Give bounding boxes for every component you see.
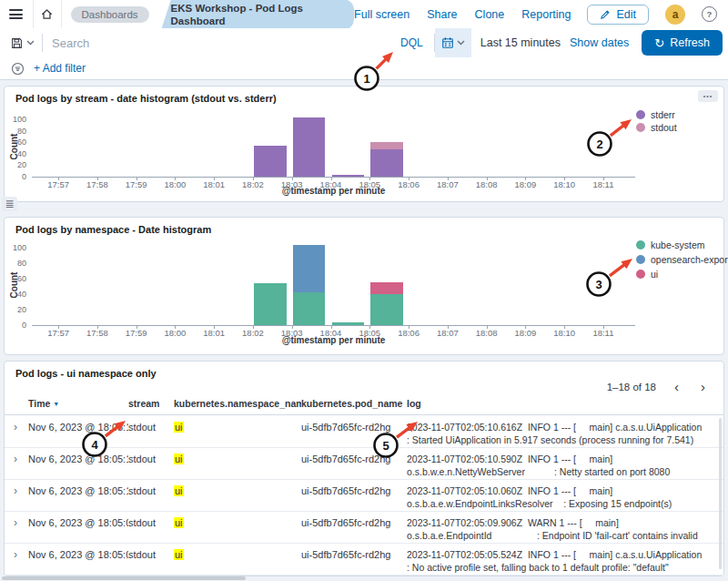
table-rows: ›Nov 6, 2023 @ 18:05:10.616stdoutuiui-5d…	[5, 416, 723, 576]
header-nav-links: Full screenShareCloneReporting	[354, 8, 571, 21]
bar-segment-stdout[interactable]	[370, 142, 403, 149]
bar-segment-stderr[interactable]	[293, 117, 326, 177]
breadcrumb-current-dashboard[interactable]: EKS Workshop - Pod Logs Dashboard	[155, 0, 355, 30]
calendar-icon	[441, 36, 454, 49]
query-language-selector[interactable]: DQL	[389, 36, 434, 49]
bar-segment-opensearch-exporter[interactable]	[293, 245, 326, 292]
horizontal-scrollbar[interactable]	[2, 576, 246, 580]
x-axis-tick-label: 18:00	[165, 179, 187, 189]
bar-segment-kube-system[interactable]	[332, 322, 365, 325]
namespace-histogram-chart: 02040608010017:5717:5817:5918:0018:0118:…	[5, 218, 723, 354]
row-expand-icon[interactable]: ›	[14, 517, 28, 528]
nav-link-clone[interactable]: Clone	[475, 8, 505, 21]
breadcrumb-dashboards[interactable]: Dashboards	[71, 6, 149, 23]
home-button[interactable]	[33, 0, 62, 28]
pagination-next-icon[interactable]: ›	[697, 380, 709, 393]
bar-segment-stderr[interactable]	[254, 146, 287, 177]
x-axis-tick-label: 17:57	[47, 179, 69, 189]
refresh-icon: ↻	[654, 37, 664, 49]
table-row: ›Nov 6, 2023 @ 18:05:09.906stdoutuiui-5d…	[5, 512, 723, 544]
x-axis-tick-label: 18:07	[437, 179, 459, 189]
highlighted-namespace: ui	[174, 549, 184, 560]
column-header-time[interactable]: Time▼	[28, 398, 128, 409]
bar-segment-kube-system[interactable]	[370, 294, 403, 325]
highlighted-namespace: ui	[174, 422, 184, 433]
row-log: 2023-11-07T02:05:10.060Z INFO 1 --- [ ma…	[407, 485, 711, 512]
nav-link-full-screen[interactable]: Full screen	[354, 8, 410, 21]
bar-segment-stderr[interactable]	[370, 149, 403, 177]
x-axis-tick-label: 18:06	[398, 328, 420, 338]
legend-item-ui[interactable]: ui	[636, 269, 658, 280]
saved-query-button[interactable]	[0, 28, 42, 57]
row-namespace: ui	[174, 485, 301, 496]
x-axis-line	[32, 177, 635, 178]
nav-link-share[interactable]: Share	[427, 8, 457, 21]
row-expand-icon[interactable]: ›	[14, 422, 28, 433]
table-vertical-scrollbar[interactable]	[719, 418, 722, 569]
row-time: Nov 6, 2023 @ 18:05:10.616	[28, 422, 128, 433]
y-axis-title: Count	[9, 272, 19, 299]
column-header-namespace[interactable]: kubernetes.namespace_name	[174, 398, 301, 409]
bar-segment-kube-system[interactable]	[293, 292, 326, 325]
column-header-stream[interactable]: stream	[128, 398, 174, 409]
legend-item-stdout[interactable]: stdout	[636, 122, 677, 133]
legend-label: kube-system	[651, 240, 705, 250]
row-log: 2023-11-07T02:05:09.906Z WARN 1 --- [ ma…	[407, 517, 711, 544]
panel-pod-logs-by-namespace: Pod logs by namespace - Date histogram 0…	[4, 217, 724, 355]
legend-dot	[636, 255, 645, 264]
refresh-button[interactable]: ↻ Refresh	[642, 30, 723, 56]
add-filter-button[interactable]: + Add filter	[34, 62, 86, 75]
show-dates-link[interactable]: Show dates	[570, 36, 642, 49]
row-expand-icon[interactable]: ›	[14, 454, 28, 464]
legend-dot	[636, 240, 645, 250]
opensearch-dashboards-app: Dashboards EKS Workshop - Pod Logs Dashb…	[0, 0, 728, 581]
x-axis-title: @timestamp per minute	[282, 186, 386, 196]
filter-bar: + Add filter	[0, 57, 728, 80]
home-icon	[40, 7, 54, 21]
filter-icon[interactable]	[11, 62, 25, 76]
avatar[interactable]: a	[665, 5, 685, 25]
pagination-prev-icon[interactable]: ‹	[671, 380, 682, 393]
row-expand-icon[interactable]: ›	[14, 549, 28, 560]
legend-item-opensearch-exporter[interactable]: opensearch-exporter	[636, 254, 728, 265]
legend-dot	[636, 110, 645, 119]
x-axis-title: @timestamp per minute	[282, 335, 386, 345]
panel-pod-logs-table: Pod logs - ui namespace only 1–18 of 18 …	[4, 361, 724, 576]
menu-hamburger-icon[interactable]	[0, 7, 33, 22]
nav-link-reporting[interactable]: Reporting	[521, 8, 571, 21]
bar-segment-stderr[interactable]	[332, 175, 365, 177]
x-axis-tick-label: 17:59	[126, 328, 147, 338]
legend-label: stderr	[651, 109, 675, 120]
bar-segment-kube-system[interactable]	[254, 283, 287, 325]
x-axis-tick-label: 18:09	[514, 328, 536, 338]
legend-label: stdout	[651, 122, 677, 133]
x-axis-tick-label: 18:10	[553, 328, 575, 338]
time-range-value[interactable]: Last 15 minutes	[471, 36, 570, 49]
search-input[interactable]	[43, 36, 389, 50]
highlighted-namespace: ui	[174, 454, 184, 464]
bar-segment-ui[interactable]	[370, 282, 403, 294]
row-pod: ui-5dfb7d65fc-rd2hg	[301, 485, 407, 496]
pagination-range: 1–18 of 18	[607, 382, 656, 392]
date-quick-select-button[interactable]	[435, 28, 471, 57]
column-header-log[interactable]: log	[407, 398, 711, 409]
column-header-pod[interactable]: kubernetes.pod_name	[301, 398, 407, 409]
y-axis-tick-label: 0	[5, 321, 26, 330]
highlighted-namespace: ui	[174, 485, 184, 496]
chevron-down-icon	[457, 40, 465, 46]
edit-button[interactable]: Edit	[587, 5, 649, 25]
legend-label: ui	[651, 269, 658, 280]
table-row: ›Nov 6, 2023 @ 18:05:10.616stdoutuiui-5d…	[5, 416, 723, 448]
x-axis-tick-label: 18:08	[476, 179, 498, 189]
legend-toggle-icon[interactable]: ≣	[2, 197, 17, 211]
row-pod: ui-5dfb7d65fc-rd2hg	[301, 517, 407, 528]
help-icon[interactable]: ?	[702, 6, 717, 22]
row-log: 2023-11-07T02:05:05.524Z INFO 1 --- [ ma…	[407, 549, 711, 574]
legend-item-kube-system[interactable]: kube-system	[636, 240, 705, 250]
legend-label: opensearch-exporter	[651, 254, 728, 265]
legend-item-stderr[interactable]: stderr	[636, 109, 675, 120]
x-axis-tick-label: 18:01	[203, 179, 225, 189]
table-row: ›Nov 6, 2023 @ 18:05:05.525stdoutuiui-5d…	[5, 544, 723, 576]
row-stream: stdout	[128, 422, 174, 433]
row-expand-icon[interactable]: ›	[14, 485, 28, 496]
